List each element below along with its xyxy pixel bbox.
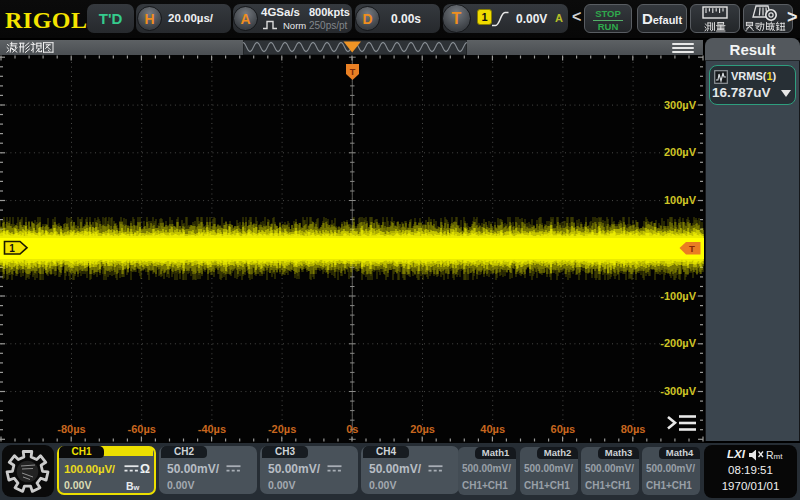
svg-text:60µs: 60µs — [551, 423, 576, 435]
svg-text:-200µV: -200µV — [660, 337, 696, 349]
svg-text:-60µs: -60µs — [128, 423, 156, 435]
svg-text:40µs: 40µs — [480, 423, 505, 435]
svg-text:80µs: 80µs — [621, 423, 646, 435]
svg-text:20µs: 20µs — [410, 423, 435, 435]
svg-text:200µV: 200µV — [664, 146, 697, 158]
svg-text:-20µs: -20µs — [268, 423, 296, 435]
svg-text:0s: 0s — [346, 423, 358, 435]
svg-text:-300µV: -300µV — [660, 385, 696, 397]
svg-text:1: 1 — [9, 243, 15, 254]
svg-text:-80µs: -80µs — [57, 423, 85, 435]
svg-text:-40µs: -40µs — [198, 423, 226, 435]
svg-text:100µV: 100µV — [664, 194, 697, 206]
svg-text:T: T — [689, 243, 695, 254]
svg-text:-100µV: -100µV — [660, 290, 696, 302]
svg-text:T: T — [350, 67, 356, 77]
svg-text:300µV: 300µV — [664, 99, 697, 111]
